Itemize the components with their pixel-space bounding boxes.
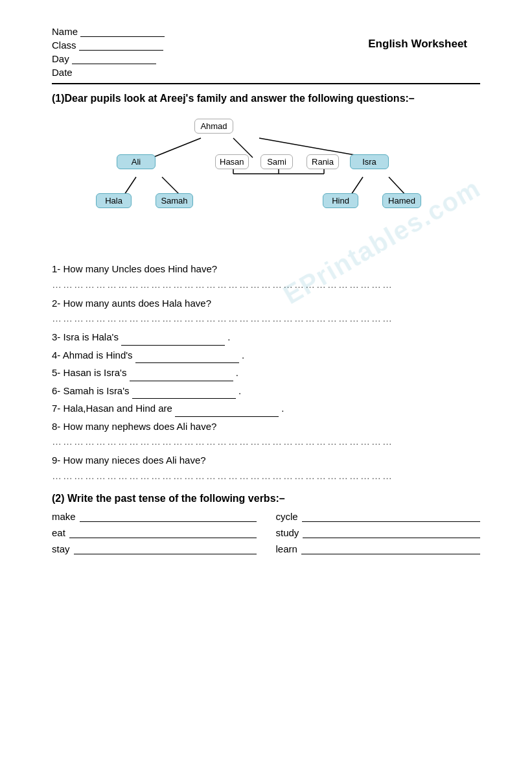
question-3: 3- Isra is Hala's . <box>52 329 480 346</box>
worksheet-title: English Worksheet <box>368 26 480 51</box>
q5-num: 5- <box>52 367 64 378</box>
name-underline <box>80 27 165 37</box>
q6-num: 6- <box>52 385 64 396</box>
dots-8: ………………………………………………………………………………… <box>52 436 480 447</box>
q9-num: 9- <box>52 455 64 466</box>
q6-text: Samah is Isra's <box>64 385 130 396</box>
q9-text: How many nieces does Ali have? <box>64 455 206 466</box>
q6-suffix: . <box>238 385 241 396</box>
q3-text: Isra is Hala's <box>64 331 119 342</box>
q4-num: 4- <box>52 349 63 361</box>
verb-row-learn: learn <box>276 543 481 554</box>
question-4: 4- Ahmad is Hind's . <box>52 347 480 364</box>
q7-suffix: . <box>281 403 284 414</box>
questions-section: 1- How many Uncles does Hind have? ……………… <box>52 261 480 481</box>
verb-line-eat <box>69 528 257 538</box>
header-left: Name Class Day Date <box>52 26 165 78</box>
class-underline <box>79 40 163 51</box>
name-label: Name <box>52 26 78 37</box>
verb-eat: eat <box>52 527 65 538</box>
day-underline <box>72 54 156 64</box>
q8-text: How many nephews does Ali have? <box>64 421 217 432</box>
node-rania: Rania <box>306 154 339 169</box>
q2-num: 2- <box>52 298 64 309</box>
question-9: 9- How many nieces does Ali have? <box>52 452 480 469</box>
q5-suffix: . <box>236 367 238 378</box>
question-2: 2- How many aunts does Hala have? <box>52 295 480 312</box>
class-label: Class <box>52 40 76 51</box>
family-tree: Ahmad Ali Hasan Sami Rania Isra Hala Sam… <box>52 115 480 245</box>
day-field: Day <box>52 53 165 64</box>
node-ali: Ali <box>117 154 156 169</box>
node-sami: Sami <box>260 154 293 169</box>
q2-text: How many aunts does Hala have? <box>64 298 211 309</box>
verb-row-stay: stay <box>52 543 257 554</box>
q1-num: 1- <box>52 263 64 274</box>
verb-line-cycle <box>302 512 480 522</box>
verb-line-make <box>80 512 257 522</box>
class-field: Class <box>52 40 165 51</box>
q7-line <box>175 407 279 417</box>
header-section: Name Class Day Date English Worksheet <box>52 26 480 78</box>
section2-heading: (2) Write the past tense of the followin… <box>52 493 480 504</box>
name-field: Name <box>52 26 165 37</box>
node-hind: Hind <box>323 193 358 208</box>
q4-suffix: . <box>242 349 244 361</box>
node-ahmad: Ahmad <box>194 119 233 134</box>
dots-2: ………………………………………………………………………………… <box>52 313 480 324</box>
verb-make: make <box>52 511 76 522</box>
tree-svg <box>52 115 480 245</box>
node-samah: Samah <box>156 193 193 208</box>
q8-num: 8- <box>52 421 64 432</box>
section1-heading: (1)Dear pupils look at Areej's family an… <box>52 91 480 106</box>
verb-learn: learn <box>276 543 297 554</box>
question-7: 7- Hala,Hasan and Hind are . <box>52 400 480 417</box>
verb-line-learn <box>301 544 480 554</box>
node-hamed: Hamed <box>382 193 421 208</box>
verb-row-eat: eat <box>52 527 257 538</box>
q4-text: Ahmad is Hind's <box>63 349 133 361</box>
verb-stay: stay <box>52 543 70 554</box>
verb-study: study <box>276 527 299 538</box>
q7-text: Hala,Hasan and Hind are <box>64 403 176 414</box>
question-6: 6- Samah is Isra's . <box>52 383 480 399</box>
header-divider <box>52 83 480 84</box>
dots-9: ………………………………………………………………………………… <box>52 470 480 481</box>
verb-line-stay <box>74 544 257 554</box>
q3-line <box>121 335 225 346</box>
day-label: Day <box>52 53 69 64</box>
svg-line-0 <box>152 138 201 158</box>
verbs-grid: make cycle eat study stay learn <box>52 511 480 554</box>
verb-row-cycle: cycle <box>276 511 481 522</box>
node-isra: Isra <box>350 154 389 169</box>
q3-suffix: . <box>227 331 230 342</box>
verb-cycle: cycle <box>276 511 298 522</box>
verb-row-make: make <box>52 511 257 522</box>
question-5: 5- Hasan is Isra's . <box>52 364 480 381</box>
verb-line-study <box>303 528 480 538</box>
question-8: 8- How many nephews does Ali have? <box>52 418 480 435</box>
date-label: Date <box>52 67 73 78</box>
q5-line <box>130 371 233 381</box>
verb-row-study: study <box>276 527 481 538</box>
q3-num: 3- <box>52 331 64 342</box>
dots-1: ………………………………………………………………………………… <box>52 279 480 290</box>
node-hasan: Hasan <box>215 154 249 169</box>
q6-line <box>132 388 236 399</box>
q4-line <box>135 353 239 363</box>
q5-text: Hasan is Isra's <box>64 367 127 378</box>
date-field: Date <box>52 67 165 78</box>
node-hala: Hala <box>96 193 132 208</box>
q1-text: How many Uncles does Hind have? <box>64 263 218 274</box>
q7-num: 7- <box>52 403 64 414</box>
question-1: 1- How many Uncles does Hind have? <box>52 261 480 278</box>
